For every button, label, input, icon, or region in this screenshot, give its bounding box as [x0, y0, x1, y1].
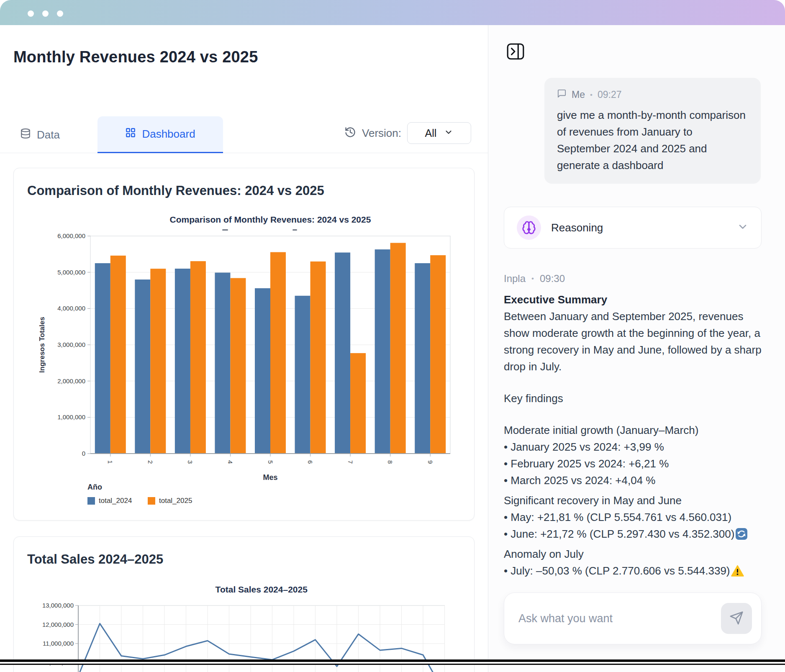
bar-chart-card: Comparison of Monthly Revenues: 2024 vs … — [13, 168, 475, 521]
svg-text:total_2025: total_2025 — [159, 497, 192, 505]
section-heading: Significant recovery in May and June — [504, 492, 765, 509]
svg-text:0: 0 — [82, 450, 85, 457]
bullet-item: • January 2025 vs 2024: +3,99 % — [504, 439, 765, 455]
svg-text:3,000,000: 3,000,000 — [57, 341, 85, 348]
summary-body: Between January and September 2025, reve… — [504, 308, 765, 375]
svg-text:12,000,000: 12,000,000 — [42, 621, 74, 628]
database-icon — [20, 128, 31, 142]
svg-text:6: 6 — [307, 460, 314, 464]
bullet-item: • July: –50,03 % (CLP 2.770.606 vs 5.544… — [504, 562, 765, 579]
warning-icon — [731, 565, 744, 577]
page-title: Monthly Revenues 2024 vs 2025 — [13, 48, 258, 66]
meta-separator: • — [531, 274, 534, 283]
svg-text:Total Sales 2024–2025: Total Sales 2024–2025 — [215, 585, 308, 594]
user-time: 09:27 — [598, 89, 622, 100]
history-icon — [344, 126, 356, 140]
window-titlebar — [0, 0, 785, 25]
svg-text:Mes: Mes — [263, 473, 277, 482]
summary-title: Executive Summary — [504, 291, 765, 308]
svg-text:4: 4 — [227, 460, 234, 464]
bullet-item: • February 2025 vs 2024: +6,21 % — [504, 455, 765, 472]
chat-input[interactable] — [504, 612, 721, 625]
chevron-down-icon — [737, 221, 749, 234]
key-findings-label: Key findings — [504, 390, 765, 407]
tab-dashboard[interactable]: Dashboard — [97, 116, 223, 153]
tab-data-label: Data — [37, 128, 60, 141]
line-chart-card: Total Sales 2024–2025 Total Sales 2024–2… — [13, 536, 475, 672]
svg-text:Ingresos Totales: Ingresos Totales — [38, 317, 46, 373]
svg-text:13,000,000: 13,000,000 — [42, 602, 74, 609]
svg-text:6,000,000: 6,000,000 — [57, 232, 85, 239]
version-label: Version: — [362, 127, 401, 140]
window-controls — [28, 10, 63, 17]
svg-text:5: 5 — [267, 460, 274, 464]
svg-text:2,000,000: 2,000,000 — [57, 377, 85, 385]
chevron-down-icon — [444, 127, 453, 139]
assistant-time: 09:30 — [540, 273, 565, 285]
section-heading: Anomaly on July — [504, 546, 765, 562]
user-message-text: give me a month-by-month comparison of r… — [557, 107, 748, 174]
tab-data[interactable]: Data — [20, 116, 60, 153]
bar-chart: Comparison of Monthly Revenues: 2024 vs … — [14, 210, 474, 521]
line-card-title: Total Sales 2024–2025 — [27, 552, 163, 567]
send-button[interactable] — [721, 603, 752, 634]
user-sender: Me — [572, 89, 585, 100]
app-window: Monthly Revenues 2024 vs 2025 Data Das — [0, 0, 785, 672]
user-message-bubble: Me • 09:27 give me a month-by-month comp… — [544, 78, 761, 184]
user-message-meta: Me • 09:27 — [557, 89, 748, 101]
reasoning-label: Reasoning — [551, 221, 603, 234]
meta-separator: • — [590, 91, 593, 99]
assistant-message: Executive Summary Between January and Se… — [504, 291, 765, 579]
svg-text:Año: Año — [87, 483, 102, 491]
version-select[interactable]: All — [407, 122, 471, 144]
svg-text:2: 2 — [147, 460, 154, 464]
version-control: Version: All — [344, 122, 471, 144]
svg-text:5,000,000: 5,000,000 — [57, 269, 85, 276]
window-dot[interactable] — [28, 10, 34, 17]
collapse-panel-button[interactable] — [506, 42, 525, 61]
main-panel: Monthly Revenues 2024 vs 2025 Data Das — [0, 25, 488, 672]
bullet-item: • May: +21,81 % (CLP 5.554.761 vs 4.560.… — [504, 509, 765, 526]
svg-text:3: 3 — [187, 460, 194, 464]
svg-text:total_2024: total_2024 — [99, 497, 132, 505]
brain-icon — [517, 215, 541, 240]
svg-text:9: 9 — [427, 460, 434, 464]
assistant-sender: Inpla — [504, 273, 526, 285]
svg-text:4,000,000: 4,000,000 — [57, 305, 85, 312]
line-chart: Total Sales 2024–202513,000,00012,000,00… — [14, 575, 474, 672]
chat-bubble-icon — [557, 89, 567, 101]
chat-input-container — [504, 592, 762, 644]
bar-card-title: Comparison of Monthly Revenues: 2024 vs … — [27, 183, 324, 198]
chat-panel: Me • 09:27 give me a month-by-month comp… — [488, 25, 785, 672]
version-selected-value: All — [425, 127, 437, 139]
bullet-item: • June: +21,72 % (CLP 5.297.430 vs 4.352… — [504, 526, 765, 542]
window-dot[interactable] — [42, 10, 49, 17]
svg-text:11,000,000: 11,000,000 — [43, 640, 74, 647]
section-heading: Moderate initial growth (January–March) — [504, 422, 765, 439]
svg-text:Comparison of Monthly Revenues: Comparison of Monthly Revenues: 2024 vs … — [170, 215, 371, 224]
send-icon — [729, 611, 744, 626]
tab-bar: Data Dashboard Version: — [0, 116, 488, 153]
svg-text:7: 7 — [347, 460, 354, 464]
window-bottom-border — [0, 659, 785, 669]
assistant-message-meta: Inpla • 09:30 — [504, 273, 565, 285]
refresh-icon — [735, 528, 748, 540]
dashboard-grid-icon — [125, 127, 136, 141]
svg-text:1,000,000: 1,000,000 — [57, 413, 85, 421]
svg-text:8: 8 — [387, 460, 394, 464]
svg-text:1: 1 — [107, 460, 114, 464]
panel-collapse-icon — [506, 56, 525, 62]
reasoning-toggle[interactable]: Reasoning — [504, 207, 762, 249]
window-dot[interactable] — [57, 10, 63, 17]
bullet-item: • March 2025 vs 2024: +4,04 % — [504, 472, 765, 489]
tab-dashboard-label: Dashboard — [142, 128, 195, 141]
